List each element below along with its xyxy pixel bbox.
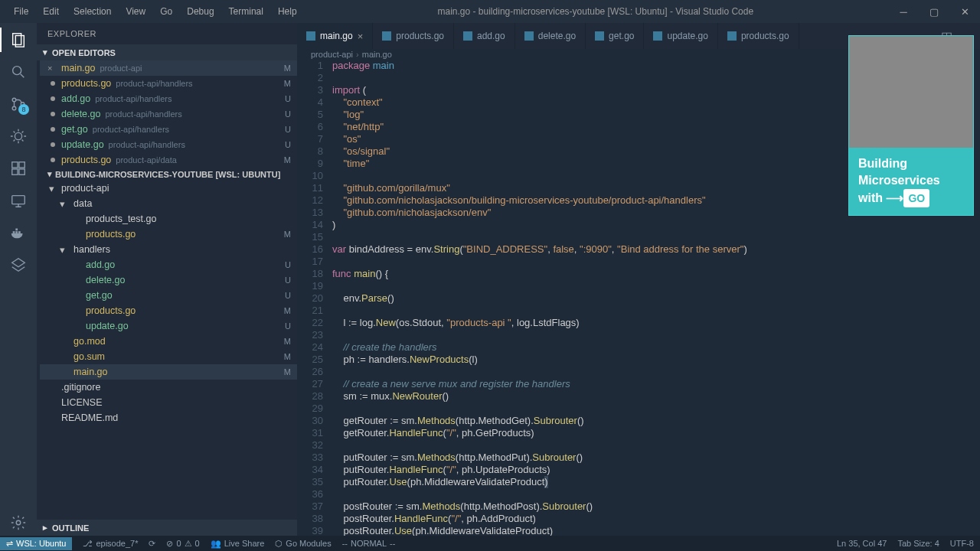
svg-point-2: [13, 67, 21, 75]
remote-indicator[interactable]: ⇌ WSL: Ubuntu: [0, 537, 72, 550]
file-item[interactable]: update.goU: [40, 318, 297, 334]
open-editors-header[interactable]: ▾OPEN EDITORS: [37, 44, 297, 60]
titlebar: File Edit Selection View Go Debug Termin…: [0, 0, 980, 23]
webcam-feed: [849, 36, 973, 148]
window-controls: ─ ▢ ✕: [888, 0, 980, 23]
folder-item[interactable]: ▾product-api: [40, 181, 297, 196]
sync-button[interactable]: ⟳: [149, 539, 155, 549]
go-modules[interactable]: ⬡ Go Modules: [275, 539, 331, 549]
git-branch[interactable]: ⎇ episode_7*: [83, 539, 138, 549]
file-item[interactable]: LICENSE: [40, 395, 297, 410]
open-editors-list: ×main.goproduct-apiMproducts.goproduct-a…: [37, 60, 297, 168]
problems[interactable]: ⊘ 0 ⚠ 0: [166, 539, 199, 549]
svg-rect-10: [19, 162, 24, 168]
explorer-icon[interactable]: [9, 31, 28, 49]
live-share-icon[interactable]: [9, 256, 28, 274]
folder-item[interactable]: ▾handlers: [40, 242, 297, 257]
file-item[interactable]: products.goM: [40, 303, 297, 318]
file-item[interactable]: delete.goU: [40, 272, 297, 288]
debug-icon[interactable]: [9, 127, 28, 145]
svg-rect-14: [18, 231, 21, 233]
folder-item[interactable]: ▾data: [40, 196, 297, 211]
file-item[interactable]: go.modM: [40, 334, 297, 349]
statusbar: ⇌ WSL: Ubuntu ⎇ episode_7* ⟳ ⊘ 0 ⚠ 0 👥 L…: [0, 536, 980, 551]
tab-size[interactable]: Tab Size: 4: [897, 539, 939, 548]
file-item[interactable]: .gitignore: [40, 380, 297, 395]
window-title: main.go - building-microservices-youtube…: [303, 6, 888, 17]
file-item[interactable]: README.md: [40, 410, 297, 425]
open-editor-item[interactable]: add.goproduct-api/handlersU: [40, 91, 297, 106]
app-menu: File Edit Selection View Go Debug Termin…: [0, 3, 303, 20]
menu-edit[interactable]: Edit: [37, 3, 65, 20]
svg-point-4: [12, 106, 16, 110]
explorer-sidebar: EXPLORER ▾OPEN EDITORS ×main.goproduct-a…: [37, 23, 297, 536]
line-gutter: 1234567891011121314151617181920212223242…: [297, 60, 332, 536]
settings-icon[interactable]: [9, 517, 28, 536]
webcam-overlay: Building Microservices with ⟶GO: [848, 35, 974, 216]
menu-help[interactable]: Help: [272, 3, 303, 20]
outline-header[interactable]: ▸OUTLINE: [37, 520, 297, 536]
file-item[interactable]: add.goU: [40, 257, 297, 272]
docker-icon[interactable]: [9, 223, 28, 242]
svg-point-6: [15, 132, 21, 139]
workspace-header[interactable]: ▾BUILDING-MICROSERVICES-YOUTUBE [WSL: UB…: [37, 168, 297, 181]
cursor-position[interactable]: Ln 35, Col 47: [837, 539, 887, 548]
open-editor-item[interactable]: ×main.goproduct-apiM: [40, 60, 297, 76]
svg-rect-8: [12, 169, 18, 174]
file-item[interactable]: products_test.go: [40, 211, 297, 227]
tab-close-icon[interactable]: ×: [358, 31, 364, 42]
editor-tab[interactable]: products.go: [718, 23, 799, 49]
open-editor-item[interactable]: products.goproduct-api/handlersM: [40, 76, 297, 91]
svg-point-16: [16, 520, 21, 525]
close-button[interactable]: ✕: [949, 0, 980, 23]
live-share[interactable]: 👥 Live Share: [211, 539, 265, 549]
editor-tab[interactable]: add.go: [454, 23, 515, 49]
vim-mode: -- NORMAL --: [342, 539, 396, 548]
menu-debug[interactable]: Debug: [181, 3, 220, 20]
encoding[interactable]: UTF-8: [950, 539, 974, 548]
menu-go[interactable]: Go: [154, 3, 178, 20]
svg-rect-9: [19, 169, 24, 174]
open-editor-item[interactable]: update.goproduct-api/handlersU: [40, 137, 297, 152]
extensions-icon[interactable]: [9, 159, 28, 178]
source-control-icon[interactable]: 8: [9, 95, 28, 113]
editor-tab[interactable]: products.go: [373, 23, 454, 49]
remote-icon[interactable]: [9, 191, 28, 210]
file-item[interactable]: products.goM: [40, 227, 297, 242]
file-item[interactable]: go.sumM: [40, 349, 297, 364]
editor-tab[interactable]: delete.go: [515, 23, 586, 49]
file-item[interactable]: main.goM: [40, 364, 297, 380]
open-editor-item[interactable]: delete.goproduct-api/handlersU: [40, 106, 297, 122]
svg-rect-13: [15, 231, 18, 233]
svg-point-3: [12, 98, 16, 102]
svg-rect-11: [12, 196, 25, 204]
overlay-caption: Building Microservices with ⟶GO: [849, 148, 973, 215]
open-editor-item[interactable]: get.goproduct-api/handlersU: [40, 122, 297, 137]
file-item[interactable]: get.goU: [40, 288, 297, 303]
file-tree: ▾product-api▾dataproducts_test.goproduct…: [37, 181, 297, 425]
explorer-title: EXPLORER: [37, 23, 297, 44]
editor-tab[interactable]: get.go: [586, 23, 644, 49]
menu-terminal[interactable]: Terminal: [223, 3, 270, 20]
menu-view[interactable]: View: [119, 3, 152, 20]
search-icon[interactable]: [9, 63, 28, 81]
editor-tab[interactable]: main.go×: [297, 23, 373, 49]
svg-rect-12: [13, 231, 15, 233]
open-editor-item[interactable]: products.goproduct-api/dataM: [40, 152, 297, 168]
minimize-button[interactable]: ─: [888, 0, 919, 23]
menu-file[interactable]: File: [8, 3, 34, 20]
scm-badge: 8: [18, 104, 29, 115]
maximize-button[interactable]: ▢: [919, 0, 949, 23]
svg-rect-7: [12, 162, 18, 168]
menu-selection[interactable]: Selection: [67, 3, 117, 20]
svg-rect-15: [15, 229, 18, 231]
editor-tab[interactable]: update.go: [644, 23, 717, 49]
activity-bar: 8: [0, 23, 37, 536]
